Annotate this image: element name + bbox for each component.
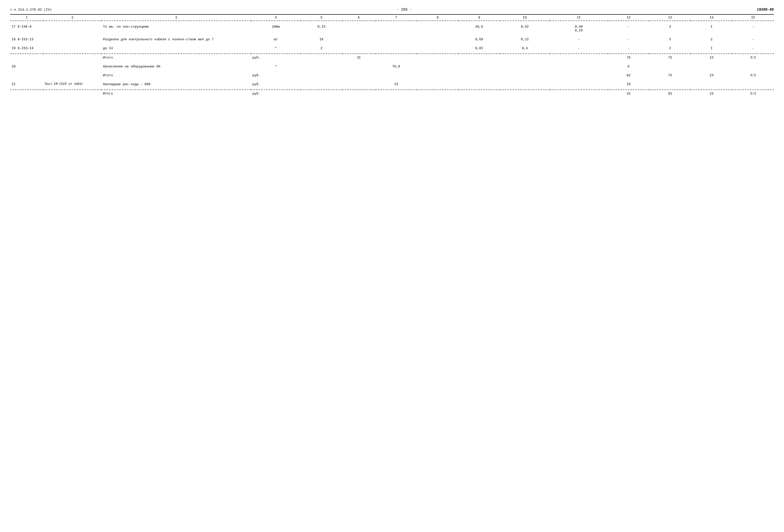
cell-13: 75 — [649, 54, 691, 61]
cell-4: руб. — [251, 81, 301, 88]
cell-6 — [342, 63, 375, 70]
cell-1: 2I — [10, 81, 43, 88]
col-header-4: 4 — [251, 15, 301, 21]
cell-15 — [732, 63, 774, 70]
cell-12: 76 — [608, 54, 649, 61]
cell-11: - — [550, 45, 608, 52]
cell-8 — [417, 90, 458, 97]
cell-5: 0,I5 — [301, 23, 342, 34]
spacer — [10, 52, 774, 54]
cell-12: I8 — [608, 81, 649, 88]
cell-13 — [649, 81, 691, 88]
cell-3: Итого — [102, 72, 251, 79]
cell-8 — [417, 23, 458, 34]
cell-15: - — [732, 23, 774, 34]
cell-2 — [43, 45, 102, 52]
spacer — [10, 70, 774, 72]
cell-1 — [10, 54, 43, 61]
cell-9 — [458, 81, 500, 88]
cell-5 — [301, 54, 342, 61]
cell-3: Начисление на оборудование 8% — [102, 63, 251, 70]
page-header: т.п 214-1-270.83 (IV) - 209 - 19280-85 — [10, 8, 774, 12]
cell-12: 82 — [608, 72, 649, 79]
col-header-7: 7 — [375, 15, 417, 21]
table-row: I9 8-I53-I4 до I4 " 2 0,8I 0,4 - - 2 I - — [10, 45, 774, 52]
col-header-1: I — [10, 15, 43, 21]
cell-14 — [691, 63, 732, 70]
col-header-6: 6 — [342, 15, 375, 21]
spacer — [10, 43, 774, 45]
header-left: т.п 214-1-270.83 (IV) — [10, 8, 52, 12]
cell-9 — [458, 54, 500, 61]
table-row-itogo1: Итого руб. 3I 76 75 23 3/I — [10, 54, 774, 61]
cell-2 — [43, 36, 102, 43]
cell-10 — [500, 81, 550, 88]
cell-5: 2 — [301, 45, 342, 52]
cell-6 — [342, 81, 375, 88]
cell-9 — [458, 72, 500, 79]
cell-15: 3/I — [732, 54, 774, 61]
cell-14: 23 — [691, 72, 732, 79]
table-row-itogo3: Итого руб. 32 93 23 3/I — [10, 90, 774, 97]
col-header-5: 5 — [301, 15, 342, 21]
cell-9: 0,69 — [458, 36, 500, 43]
cell-6: 3I — [342, 54, 375, 61]
cell-9 — [458, 63, 500, 70]
cell-7 — [375, 54, 417, 61]
cell-9: 20,6 — [458, 23, 500, 34]
cell-10 — [500, 54, 550, 61]
cell-10: 0,22 — [500, 36, 550, 43]
table-row: I7 8-I48-9 То же, по кон-струкциям 100м … — [10, 23, 774, 34]
cell-2 — [43, 72, 102, 79]
col-header-3: 3 — [102, 15, 251, 21]
cell-3: до I4 — [102, 45, 251, 52]
cell-7 — [375, 90, 417, 97]
cell-2: Пост.СМ СССР от 1983г — [43, 81, 102, 88]
cell-15: - — [732, 36, 774, 43]
cell-11 — [550, 90, 608, 97]
cell-13: 75 — [649, 72, 691, 79]
cell-3: Накладные рас-ходы – 80% — [102, 81, 251, 88]
cell-8 — [417, 54, 458, 61]
spacer — [10, 21, 774, 23]
cell-7 — [375, 23, 417, 34]
col-header-13: I3 — [649, 15, 691, 21]
cell-15: - — [732, 45, 774, 52]
cell-5 — [301, 63, 342, 70]
cell-5: I8 — [301, 36, 342, 43]
cell-10 — [500, 90, 550, 97]
cell-11 — [550, 81, 608, 88]
cell-2 — [43, 54, 102, 61]
cell-2 — [43, 90, 102, 97]
cell-15: 3/I — [732, 90, 774, 97]
cell-9 — [458, 90, 500, 97]
cell-6 — [342, 72, 375, 79]
cell-3: Итого — [102, 90, 251, 97]
col-header-8: 8 — [417, 15, 458, 21]
cell-14: 23 — [691, 90, 732, 97]
cell-13: 5 — [649, 36, 691, 43]
cell-12: - — [608, 36, 649, 43]
cell-11: 0,48 0,I9 — [550, 23, 608, 34]
col-header-12: I2 — [608, 15, 649, 21]
cell-5 — [301, 72, 342, 79]
cell-3: Разделки для контрольного кабеля с колич… — [102, 36, 251, 43]
cell-12: 32 — [608, 90, 649, 97]
cell-1: I8 8-I53-I3 — [10, 36, 43, 43]
cell-7 — [375, 36, 417, 43]
cell-7: 76,0 — [375, 63, 417, 70]
cell-4: руб. — [251, 72, 301, 79]
cell-4: шт — [251, 36, 301, 43]
cell-10 — [500, 72, 550, 79]
cell-14: I — [691, 45, 732, 52]
cell-4: руб. — [251, 54, 301, 61]
cell-15 — [732, 81, 774, 88]
cell-14: 2 — [691, 36, 732, 43]
cell-10 — [500, 63, 550, 70]
spacer — [10, 34, 774, 36]
cell-14: 23 — [691, 54, 732, 61]
spacer — [10, 88, 774, 90]
cell-8 — [417, 63, 458, 70]
cell-10: 0,4 — [500, 45, 550, 52]
cell-8 — [417, 45, 458, 52]
